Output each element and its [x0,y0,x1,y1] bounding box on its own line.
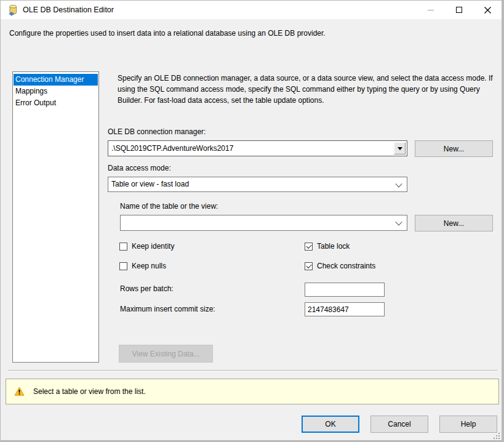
chevron-down-icon [395,180,402,187]
maximize-icon [456,7,462,13]
database-destination-icon [7,4,19,16]
data-access-mode-combobox[interactable]: Table or view - fast load [108,177,407,192]
maximize-button[interactable] [445,1,473,19]
connection-manager-value: .\SQL2019CTP.AdventureWorks2017 [111,141,233,156]
resize-grip[interactable] [493,432,501,440]
table-or-view-label: Name of the table or the view: [120,202,218,211]
dropdown-arrow-icon [398,147,402,150]
table-lock-label: Table lock [317,242,350,251]
checkbox-box [119,262,127,270]
divider [8,370,497,371]
view-existing-data-button[interactable]: View Existing Data... [119,345,213,363]
checkbox-box [119,243,127,251]
table-lock-checkbox[interactable]: Table lock [305,241,350,251]
max-insert-commit-size-label: Maximum insert commit size: [120,305,215,313]
page-instructions: Specify an OLE DB connection manager, a … [118,73,500,106]
data-access-mode-label: Data access mode: [108,164,171,172]
keep-nulls-checkbox[interactable]: Keep nulls [119,261,166,271]
table-or-view-combobox[interactable] [120,215,407,231]
connection-manager-label: OLE DB connection manager: [108,127,206,136]
check-constraints-checkbox[interactable]: Check constraints [305,261,375,271]
sidebar-item-mappings[interactable]: Mappings [14,86,98,97]
new-table-button[interactable]: New... [415,215,493,231]
ok-button[interactable]: OK [302,416,359,433]
sidebar-item-error-output[interactable]: Error Output [14,97,98,109]
sidebar-item-connection-manager[interactable]: Connection Manager [14,74,98,86]
rows-per-batch-input[interactable] [305,283,385,297]
checkbox-box [305,262,313,270]
help-button[interactable]: Help [439,416,497,433]
cancel-button[interactable]: Cancel [370,416,428,433]
dialog-frame: OLE DB Destination Editor Configure the … [0,0,504,442]
page-list: Connection Manager Mappings Error Output [12,71,99,363]
check-constraints-label: Check constraints [317,262,375,270]
max-insert-commit-size-input[interactable] [305,302,385,316]
ole-db-destination-editor-window: OLE DB Destination Editor Configure the … [1,1,502,440]
connection-manager-combobox[interactable]: .\SQL2019CTP.AdventureWorks2017 [108,140,407,156]
keep-nulls-label: Keep nulls [132,262,166,270]
data-access-mode-value: Table or view - fast load [111,177,189,191]
warning-bar: Select a table or view from the list. [6,379,499,404]
warning-message: Select a table or view from the list. [33,387,146,396]
resize-grip-icon [493,432,501,440]
close-icon [484,7,491,14]
keep-identity-label: Keep identity [132,242,174,251]
rows-per-batch-label: Rows per batch: [120,284,174,293]
minimize-icon [428,10,434,10]
close-button[interactable] [473,1,502,19]
new-connection-button[interactable]: New... [415,140,493,157]
warning-icon [14,387,25,396]
window-title: OLE DB Destination Editor [23,1,114,19]
connection-manager-dropdown-button[interactable] [394,142,406,155]
keep-identity-checkbox[interactable]: Keep identity [119,241,174,251]
checkbox-box [305,243,313,251]
minimize-button[interactable] [417,1,445,19]
dialog-description: Configure the properties used to insert … [9,29,489,38]
titlebar[interactable]: OLE DB Destination Editor [1,1,502,19]
chevron-down-icon [395,219,402,225]
